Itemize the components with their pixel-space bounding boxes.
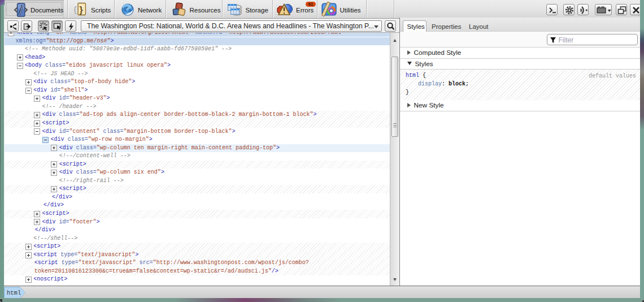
svg-text:{: { xyxy=(73,5,77,14)
svg-text:}: } xyxy=(80,5,83,15)
